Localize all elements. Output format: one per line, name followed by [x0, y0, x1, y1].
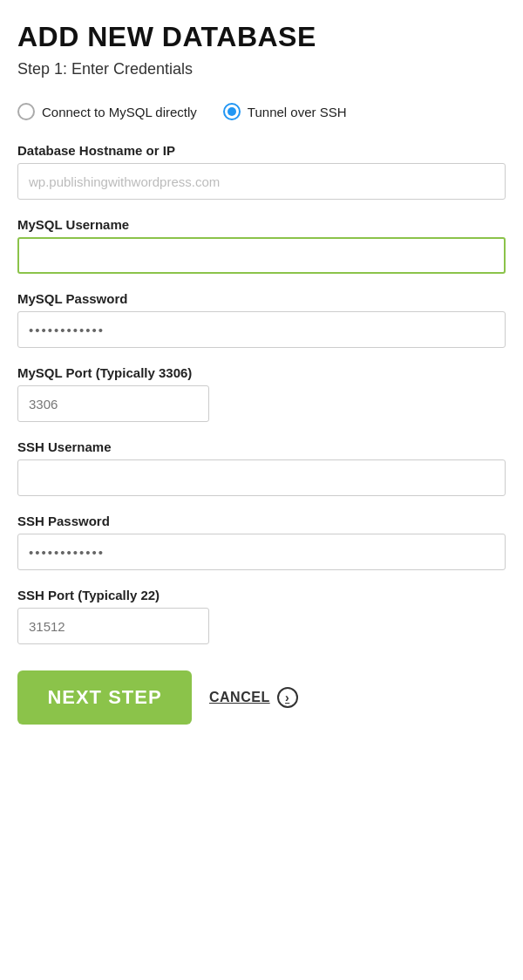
label-db-hostname: Database Hostname or IP	[17, 143, 506, 158]
radio-circle-ssh	[223, 103, 241, 120]
field-group-ssh-port: SSH Port (Typically 22)	[17, 588, 506, 644]
field-group-ssh-password: SSH Password	[17, 514, 506, 570]
label-ssh-password: SSH Password	[17, 514, 506, 528]
label-ssh-username: SSH Username	[17, 439, 506, 454]
page-title: ADD NEW DATABASE	[17, 21, 506, 53]
radio-circle-mysql	[17, 103, 35, 120]
input-mysql-username[interactable]	[17, 237, 506, 274]
cancel-button[interactable]: CANCEL ›	[209, 687, 298, 708]
label-mysql-port: MySQL Port (Typically 3306)	[17, 365, 506, 380]
cancel-label: CANCEL	[209, 690, 270, 705]
field-group-ssh-username: SSH Username	[17, 439, 506, 496]
input-db-hostname[interactable]	[17, 163, 506, 200]
cancel-arrow-icon: ›	[277, 687, 298, 708]
field-group-mysql-password: MySQL Password	[17, 291, 506, 348]
step-label: Step 1: Enter Credentials	[17, 60, 506, 78]
field-group-db-hostname: Database Hostname or IP	[17, 143, 506, 200]
connection-type-group: Connect to MySQL directly Tunnel over SS…	[17, 103, 506, 120]
radio-option-mysql-direct[interactable]: Connect to MySQL directly	[17, 103, 197, 120]
input-ssh-username[interactable]	[17, 459, 506, 496]
bottom-actions: NEXT STEP CANCEL ›	[17, 670, 506, 725]
input-mysql-port[interactable]	[17, 385, 209, 422]
input-ssh-port[interactable]	[17, 608, 209, 644]
radio-label-mysql: Connect to MySQL directly	[42, 105, 197, 119]
input-ssh-password[interactable]	[17, 534, 506, 570]
radio-label-ssh: Tunnel over SSH	[248, 105, 347, 119]
field-group-mysql-port: MySQL Port (Typically 3306)	[17, 365, 506, 422]
radio-option-ssh-tunnel[interactable]: Tunnel over SSH	[223, 103, 347, 120]
field-group-mysql-username: MySQL Username	[17, 217, 506, 274]
label-ssh-port: SSH Port (Typically 22)	[17, 588, 506, 602]
input-mysql-password[interactable]	[17, 311, 506, 348]
next-step-button[interactable]: NEXT STEP	[17, 670, 192, 725]
label-mysql-username: MySQL Username	[17, 217, 506, 232]
label-mysql-password: MySQL Password	[17, 291, 506, 306]
